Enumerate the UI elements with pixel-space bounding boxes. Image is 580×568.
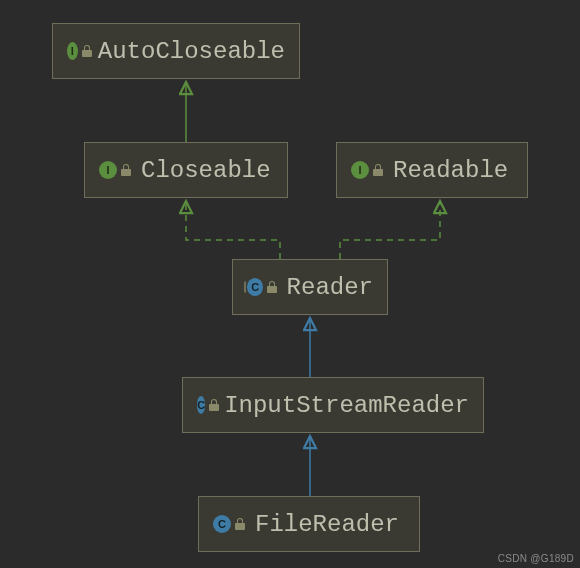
- class-icon: [213, 515, 231, 533]
- lock-icon: [209, 399, 214, 411]
- node-label: AutoCloseable: [98, 38, 285, 65]
- node-label: Readable: [393, 157, 508, 184]
- abstract-class-icon: [247, 278, 263, 296]
- interface-icon: [99, 161, 117, 179]
- node-label: InputStreamReader: [224, 392, 469, 419]
- node-label: Closeable: [141, 157, 271, 184]
- node-readable[interactable]: Readable: [336, 142, 528, 198]
- class-icon: [197, 396, 205, 414]
- node-inputstreamreader[interactable]: InputStreamReader: [182, 377, 484, 433]
- node-label: FileReader: [255, 511, 399, 538]
- lock-icon: [235, 518, 245, 530]
- edge-reader-readable: [340, 201, 440, 259]
- interface-icon: [67, 42, 78, 60]
- node-filereader[interactable]: FileReader: [198, 496, 420, 552]
- node-closeable[interactable]: Closeable: [84, 142, 288, 198]
- watermark: CSDN @G189D: [498, 553, 574, 564]
- lock-icon: [121, 164, 131, 176]
- node-label: Reader: [287, 274, 373, 301]
- lock-icon: [82, 45, 88, 57]
- node-autocloseable[interactable]: AutoCloseable: [52, 23, 300, 79]
- lock-icon: [267, 281, 276, 293]
- node-reader[interactable]: Reader: [232, 259, 388, 315]
- edge-reader-closeable: [186, 201, 280, 259]
- interface-icon: [351, 161, 369, 179]
- lock-icon: [373, 164, 383, 176]
